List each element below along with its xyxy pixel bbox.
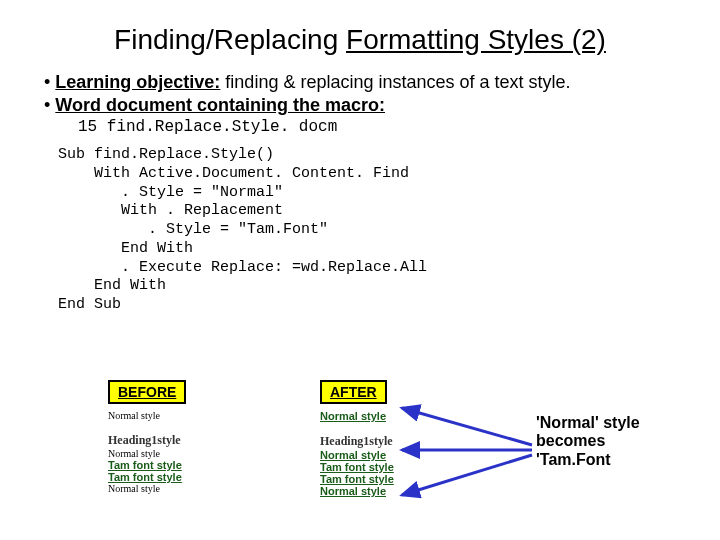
bullet-1-bold: Learning objective: <box>55 72 220 92</box>
sample-line: Normal style <box>108 483 278 494</box>
before-lines: Normal styleHeading1styleNormal styleTam… <box>108 410 278 494</box>
bullet-2: Word document containing the macro: <box>44 95 720 116</box>
bullet-1: Learning objective: finding & replacing … <box>44 72 720 93</box>
sample-line: Normal style <box>320 485 490 497</box>
code-block: Sub find.Replace.Style() With Active.Doc… <box>58 146 720 315</box>
sample-line: Heading1style <box>320 434 490 449</box>
bullet-list: Learning objective: finding & replacing … <box>44 72 720 116</box>
sample-line: Tam font style <box>320 461 490 473</box>
title-underlined: Formatting Styles (2) <box>346 24 606 55</box>
sample-line: Tam font style <box>108 459 278 471</box>
bullet-2-bold: Word document containing the macro: <box>55 95 385 115</box>
bullet-1-rest: finding & replacing instances of a text … <box>220 72 570 92</box>
after-panel: AFTER Normal styleHeading1styleNormal st… <box>320 380 490 497</box>
sample-line: Tam font style <box>320 473 490 485</box>
sample-line: Heading1style <box>108 433 278 448</box>
slide-title: Finding/Replacing Formatting Styles (2) <box>0 24 720 56</box>
before-label: BEFORE <box>108 380 186 404</box>
sample-line: Tam font style <box>108 471 278 483</box>
sample-line: Normal style <box>108 410 278 421</box>
after-lines: Normal styleHeading1styleNormal styleTam… <box>320 410 490 497</box>
title-plain: Finding/Replacing <box>114 24 346 55</box>
macro-filename: 15 find.Replace.Style. docm <box>78 118 720 136</box>
after-label: AFTER <box>320 380 387 404</box>
sample-line: Normal style <box>320 449 490 461</box>
annotation-text: 'Normal' style becomes 'Tam.Font <box>536 414 656 469</box>
sample-line: Normal style <box>108 448 278 459</box>
sample-line: Normal style <box>320 410 490 422</box>
before-panel: BEFORE Normal styleHeading1styleNormal s… <box>108 380 278 494</box>
